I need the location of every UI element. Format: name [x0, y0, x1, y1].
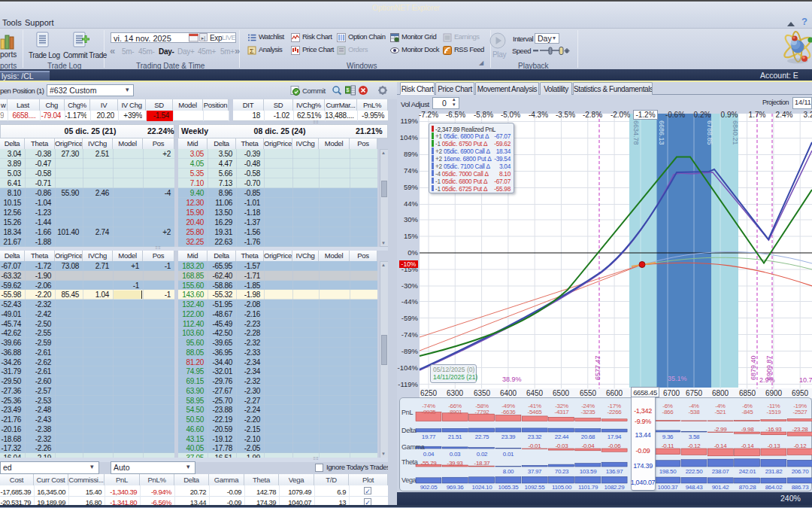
- svg-text:6634.78: 6634.78: [632, 120, 640, 145]
- svg-text:$: $: [347, 87, 350, 93]
- svg-text:6840.21: 6840.21: [732, 120, 739, 145]
- svg-text:Σ: Σ: [250, 47, 254, 55]
- svg-text:6686.13: 6686.13: [658, 120, 665, 145]
- svg-text:6788.85: 6788.85: [706, 120, 714, 145]
